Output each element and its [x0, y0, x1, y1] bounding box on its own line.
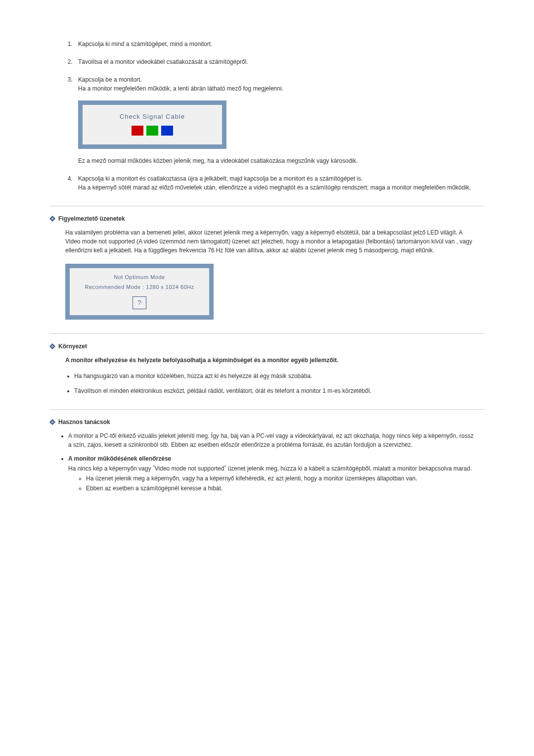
section-title: Hasznos tanácsok [58, 419, 110, 425]
blue-square-icon [161, 126, 173, 136]
item-text: Ha nincs kép a képernyőn vagy ˝Video mod… [68, 465, 472, 472]
environment-body: A monitor elhelyezése és helyzete befoly… [49, 356, 485, 395]
bullet-diamond-icon [49, 419, 55, 425]
environment-heading: Környezet [49, 343, 485, 350]
list-item: Ebben az esetben a számítógépnél keresse… [86, 484, 475, 493]
sub-list: Ha üzenet jelenik meg a képernyőn, vagy … [68, 474, 475, 493]
step-text: Távolítsa el a monitor videokábel csatla… [78, 58, 248, 65]
step-text: Kapcsolja ki mind a számítógépet, mind a… [78, 41, 212, 47]
rgb-squares [83, 126, 222, 136]
step-text: Kapcsolja ki a monitort és csatlakoztass… [78, 175, 363, 182]
step-1: Kapcsolja ki mind a számítógépet, mind a… [74, 40, 485, 48]
environment-intro: A monitor elhelyezése és helyzete befoly… [65, 356, 475, 365]
step-2: Távolítsa el a monitor videokábel csatla… [74, 57, 485, 66]
bullet-diamond-icon [49, 216, 55, 222]
section-title: Figyelmeztető üzenetek [58, 215, 125, 222]
monitor-line2: Recommended Mode : 1280 x 1024 60Hz [70, 283, 209, 291]
step-text: Kapcsolja be a monitort. [78, 76, 142, 83]
divider [49, 206, 485, 206]
tips-heading: Hasznos tanácsok [49, 419, 485, 425]
warning-body: Ha valamilyen probléma van a bemeneti je… [49, 228, 485, 320]
divider [49, 409, 485, 410]
list-item: A monitor működésének ellenőrzése Ha nin… [68, 454, 475, 493]
section-title: Környezet [58, 343, 87, 350]
sub-title: A monitor működésének ellenőrzése [68, 454, 475, 463]
monitor-inner: Not Optimum Mode Recommended Mode : 1280… [70, 268, 209, 315]
check-signal-box: Check Signal Cable [78, 100, 226, 149]
monitor-message: Check Signal Cable [83, 112, 222, 122]
step-3: Kapcsolja be a monitort. Ha a monitor me… [74, 75, 485, 165]
item-text: Ha hangsugárzó van a monitor közelében, … [74, 373, 312, 379]
question-mark-icon: ? [137, 298, 141, 308]
list-item: Ha üzenet jelenik meg a képernyőn, vagy … [86, 474, 475, 483]
red-square-icon [132, 126, 143, 136]
item-text: Ha üzenet jelenik meg a képernyőn, vagy … [86, 475, 417, 482]
environment-list: Ha hangsugárzó van a monitor közelében, … [65, 372, 475, 395]
step-text: Ha a képernyő sötét marad az előző művel… [78, 184, 471, 191]
monitor-inner: Check Signal Cable [83, 105, 222, 144]
question-square: ? [133, 296, 146, 309]
item-text: Ebben az esetben a számítógépnél keresse… [86, 485, 222, 492]
not-optimum-box: Not Optimum Mode Recommended Mode : 1280… [65, 264, 214, 320]
monitor-line1: Not Optimum Mode [70, 273, 209, 282]
step-text: Ez a mező normál működés közben jelenik … [78, 157, 358, 164]
warning-text: Ha valamilyen probléma van a bemeneti je… [65, 228, 475, 255]
list-item: Távolítson el minden elektronikus eszköz… [74, 386, 475, 395]
green-square-icon [146, 126, 158, 136]
procedure-list: Kapcsolja ki mind a számítógépet, mind a… [49, 40, 485, 192]
warning-heading: Figyelmeztető üzenetek [49, 215, 485, 222]
tips-list: A monitor a PC-től érkező vizuális jelek… [59, 431, 475, 493]
step-4: Kapcsolja ki a monitort és csatlakoztass… [74, 174, 485, 192]
item-text: A monitor a PC-től érkező vizuális jelek… [68, 432, 474, 448]
bullet-diamond-icon [49, 343, 55, 349]
divider [49, 333, 485, 334]
list-item: A monitor a PC-től érkező vizuális jelek… [68, 431, 475, 449]
tips-body: A monitor a PC-től érkező vizuális jelek… [49, 431, 485, 493]
item-text: Távolítson el minden elektronikus eszköz… [74, 387, 371, 394]
step-text: Ha a monitor megfelelően működik, a lent… [78, 85, 283, 92]
list-item: Ha hangsugárzó van a monitor közelében, … [74, 372, 475, 380]
